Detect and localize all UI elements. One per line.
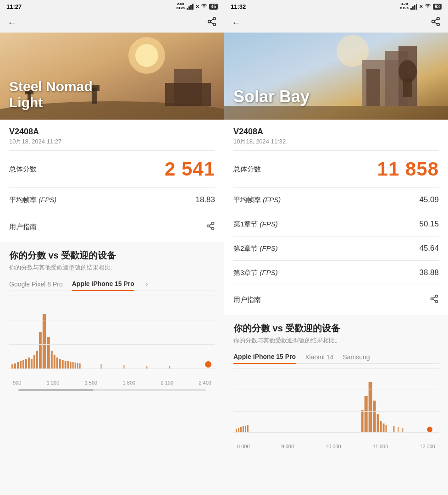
svg-rect-35	[43, 314, 46, 369]
svg-rect-79	[240, 427, 242, 433]
svg-rect-48	[79, 363, 81, 369]
svg-line-62	[434, 19, 437, 21]
share-button-card-right[interactable]	[430, 294, 439, 306]
svg-rect-25	[14, 363, 16, 369]
svg-line-7	[210, 22, 213, 24]
share-button-nav-left[interactable]	[207, 16, 217, 29]
svg-rect-18	[165, 83, 211, 106]
svg-rect-42	[65, 361, 66, 369]
signal-icons-right: ✕ 93	[410, 3, 442, 10]
svg-line-8	[210, 19, 213, 21]
signal-icons-left: ✕ 45	[187, 3, 218, 10]
comparison-subtitle-right: 你的分数与其他受歡迎型號的结果相比。	[233, 336, 439, 345]
user-guide-row-left: 用户指南	[9, 217, 215, 235]
svg-rect-50	[123, 365, 124, 369]
svg-rect-0	[187, 8, 188, 10]
x-icon-right: ✕	[419, 4, 423, 9]
svg-rect-81	[245, 426, 246, 433]
svg-rect-31	[31, 359, 33, 369]
scrollbar-left[interactable]	[18, 389, 206, 391]
time-left: 11:27	[6, 3, 22, 10]
chart-x-labels-right: 8 000 9 000 10 000 11 000 12 000	[233, 444, 439, 449]
version-left: V2408A	[9, 127, 215, 137]
svg-point-94	[427, 427, 432, 432]
tabs-right: Apple iPhone 15 Pro Xiaomi 14 Samsung	[233, 350, 439, 364]
svg-rect-86	[373, 401, 376, 433]
avg-fps-label-right: 平均帧率 (FPS)	[233, 196, 281, 204]
comparison-section-left: 你的分數 vs 受歡迎的设备 你的分数与其他受歡迎型號的结果相比。 Google…	[0, 242, 224, 495]
svg-rect-2	[190, 5, 192, 10]
avg-fps-row-right: 平均帧率 (FPS) 45.09	[233, 192, 439, 207]
svg-rect-56	[414, 5, 415, 10]
svg-rect-33	[36, 351, 38, 369]
share-button-card-left[interactable]	[206, 221, 215, 233]
status-bar-right: 11:32 3.70 KB/s ✕ 93	[224, 0, 448, 13]
svg-line-61	[434, 22, 437, 24]
nav-bar-right: ←	[224, 13, 448, 33]
svg-rect-51	[146, 366, 147, 369]
svg-rect-3	[192, 4, 194, 10]
hero-title-left: Steel NomadLight	[9, 79, 93, 110]
ch1-fps-value-right: 50.15	[419, 220, 439, 229]
time-right: 11:32	[231, 3, 246, 10]
battery-right: 93	[433, 4, 442, 10]
svg-rect-55	[412, 6, 414, 10]
chart-x-labels-left: 900 1 200 1 500 1 800 2 100 2 400	[9, 380, 215, 385]
tab-more-left[interactable]: ›	[144, 277, 150, 291]
tab-right-2[interactable]: Samsung	[343, 351, 370, 363]
card-left: V2408A 10月18, 2024 11:27 总体分数 2 541 平均帧率…	[0, 120, 224, 242]
share-card-icon-right	[430, 294, 439, 303]
back-button-right[interactable]: ←	[232, 17, 241, 28]
svg-rect-37	[51, 351, 53, 369]
wifi-icon-right	[424, 4, 431, 9]
speed-right: 3.70 KB/s	[400, 2, 409, 11]
chart-area-right: 8 000 9 000 10 000 11 000 12 000	[233, 368, 439, 451]
share-card-icon-left	[206, 221, 215, 231]
date-right: 10月18, 2024 11:32	[233, 138, 439, 146]
panel-left: 11:27 2.00 KB/s ✕	[0, 0, 224, 495]
signal-icon-left	[187, 3, 194, 10]
svg-rect-38	[54, 355, 55, 369]
chart-svg-left	[9, 296, 215, 369]
svg-rect-93	[402, 428, 403, 433]
comparison-title-right: 你的分數 vs 受歡迎的设备	[233, 322, 439, 335]
chart-area-left: 900 1 200 1 500 1 800 2 100 2 400	[9, 296, 215, 387]
svg-rect-71	[224, 106, 448, 120]
tabs-left: Google Pixel 8 Pro Apple iPhone 15 Pro ›	[9, 277, 215, 291]
total-score-label-left: 总体分数	[9, 165, 37, 174]
avg-fps-label-left: 平均帧率 (FPS)	[9, 196, 56, 204]
svg-line-23	[209, 224, 212, 225]
card-right: V2408A 10月18, 2024 11:32 总体分数 11 858 平均帧…	[224, 120, 448, 315]
hero-image-right: Solar Bay	[224, 33, 448, 120]
ch3-fps-row-right: 第3章节 (FPS) 38.88	[233, 265, 439, 280]
tab-left-0[interactable]: Google Pixel 8 Pro	[9, 278, 63, 291]
ch3-fps-value-right: 38.88	[419, 268, 439, 277]
svg-rect-40	[59, 359, 61, 369]
tab-right-0[interactable]: Apple iPhone 15 Pro	[233, 350, 296, 364]
user-guide-row-right: 用户指南	[233, 290, 439, 308]
svg-rect-89	[383, 424, 385, 433]
status-icons-right: 3.70 KB/s ✕ 93	[400, 2, 442, 11]
hero-title-right: Solar Bay	[233, 87, 310, 106]
svg-rect-39	[56, 358, 58, 369]
svg-rect-30	[28, 358, 30, 369]
tab-right-1[interactable]: Xiaomi 14	[305, 351, 333, 363]
svg-rect-44	[70, 362, 72, 369]
date-left: 10月18, 2024 11:27	[9, 138, 215, 146]
tab-left-1[interactable]: Apple iPhone 15 Pro	[72, 277, 134, 291]
panel-right: 11:32 3.70 KB/s ✕ 93	[224, 0, 448, 495]
back-button-left[interactable]: ←	[7, 17, 17, 28]
svg-rect-57	[416, 4, 417, 10]
svg-rect-80	[243, 426, 244, 433]
wifi-icon-left	[200, 4, 208, 9]
user-guide-label-left: 用户指南	[9, 223, 37, 231]
svg-rect-88	[380, 421, 382, 433]
hero-scene-right	[224, 33, 448, 120]
hero-image-left: Steel NomadLight	[0, 33, 224, 120]
svg-rect-90	[386, 425, 387, 433]
total-score-value-left: 2 541	[165, 158, 215, 180]
scroll-thumb-left	[18, 389, 94, 391]
svg-line-22	[209, 226, 212, 228]
svg-rect-52	[169, 366, 170, 369]
share-button-nav-right[interactable]	[431, 16, 441, 29]
